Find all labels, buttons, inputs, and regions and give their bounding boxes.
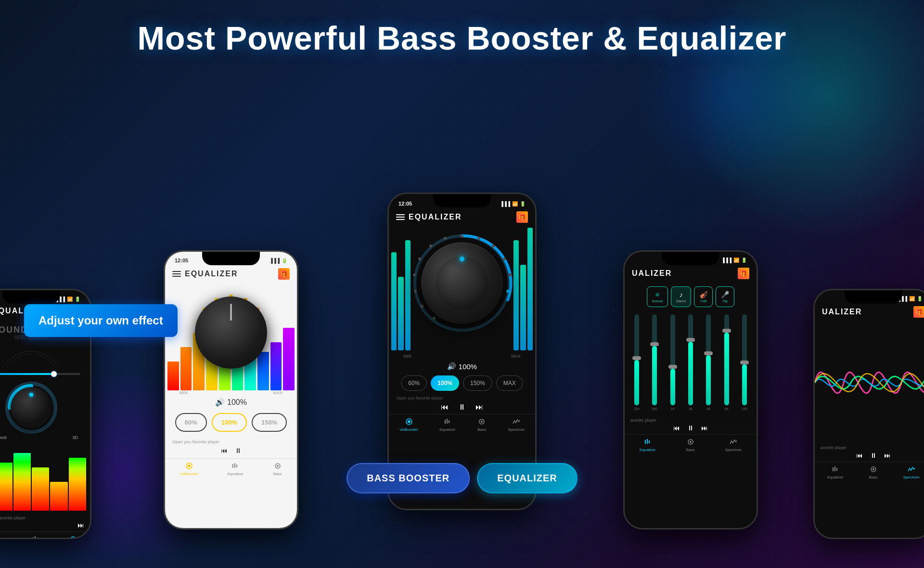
svg-point-41 (433, 317, 436, 320)
second-player-text: Open you favorite player (172, 439, 290, 444)
volume-thumb[interactable] (51, 371, 57, 377)
phone-second-header: EQUALIZER 🎁 (165, 263, 297, 284)
eq-col-3: 1K (666, 314, 680, 411)
page-title-container: Most Powerful Bass Booster & Equalizer (0, 0, 924, 57)
phone-second-menu[interactable] (172, 271, 181, 277)
bass-booster-button[interactable]: BASS BOOSTER (346, 463, 470, 493)
eq-thumb-6[interactable] (722, 329, 731, 333)
pause-5[interactable]: ⏸ (870, 452, 877, 459)
eq-fill-4 (688, 342, 693, 405)
nav-5-bass[interactable]: Bass (869, 465, 878, 479)
nav-c-volbooster[interactable]: VolBooster (399, 417, 418, 432)
c-bar-r2 (520, 265, 526, 351)
nav-c-spectrum[interactable]: Spectrum (508, 417, 525, 432)
skip-back-4[interactable]: ⏮ (673, 424, 680, 432)
phone-center-gift[interactable]: 🎁 (516, 211, 528, 223)
center-min-max: MIN MAX (389, 353, 535, 360)
nav-5-bass-icon (869, 465, 878, 474)
skip-back-icon-c[interactable]: ⏮ (441, 403, 449, 412)
eq-track-4[interactable] (688, 314, 693, 405)
nav-5-eq[interactable]: Equalizer (827, 465, 843, 479)
nav-2-eq[interactable]: Equalizer (228, 461, 244, 476)
second-bottom-nav: VolBooster Equalizer Bass (165, 458, 297, 478)
skip-forward-icon[interactable]: ⏭ (77, 521, 84, 529)
second-volume-text: 100% (227, 398, 247, 407)
svg-point-37 (418, 258, 421, 260)
svg-rect-4 (35, 536, 36, 538)
eq-thumb-2[interactable] (650, 342, 659, 346)
eq-track-5[interactable] (706, 314, 711, 405)
fifth-controls: ⏮ ⏸ ⏭ (821, 452, 924, 459)
nav-4-spectrum[interactable]: Spectrum (725, 437, 742, 452)
center-preset-60[interactable]: 60% (401, 375, 427, 391)
nav-bass[interactable]: Bass (68, 534, 78, 538)
skip-forward-icon-c[interactable]: ⏭ (475, 403, 483, 412)
svg-point-39 (414, 290, 417, 293)
nav-volbooster[interactable]: VolBooster (0, 534, 3, 538)
second-player: Open you favorite player ⏮ ⏸ (165, 436, 297, 458)
preset-150[interactable]: 150% (252, 413, 287, 432)
nav-c-spectrum-icon (512, 417, 521, 426)
nav-5-spectrum[interactable]: Spectrum (903, 465, 920, 479)
nav-2-volbooster[interactable]: VolBooster (180, 461, 198, 476)
preset-chip-folk[interactable]: 🎻 Folk (694, 286, 713, 307)
fifth-player: avorite player ⏮ ⏸ ⏭ (815, 443, 924, 462)
center-preset-max[interactable]: MAX (496, 375, 523, 391)
center-bottom-nav: VolBooster Equalizer Bass (389, 414, 535, 434)
eq-freq-4: 2K (689, 407, 693, 411)
pause-icon-2[interactable]: ⏸ (235, 447, 242, 454)
eq-track-2[interactable] (652, 314, 657, 405)
svg-point-35 (444, 237, 447, 240)
eq-thumb-7[interactable] (740, 361, 749, 364)
phone-left-notch (2, 290, 60, 304)
skip-back-5[interactable]: ⏮ (856, 452, 863, 459)
nav-5-eq-label: Equalizer (827, 475, 843, 479)
phone-second-gift[interactable]: 🎁 (278, 268, 290, 280)
eq-fill-7 (742, 364, 747, 405)
equalizer-button[interactable]: EQUALIZER (477, 463, 578, 493)
fourth-player: avorite player ⏮ ⏸ ⏭ (625, 415, 757, 434)
eq-thumb-5[interactable] (704, 351, 713, 355)
battery-icon-4: 🔋 (741, 258, 747, 263)
second-min-label: MIN (180, 390, 188, 395)
eq-freq-3: 1K (670, 407, 675, 411)
skip-fwd-4[interactable]: ⏭ (701, 424, 708, 432)
eq-track-7[interactable] (742, 314, 747, 405)
svg-rect-55 (834, 466, 835, 471)
preset-100-active[interactable]: 100% (212, 413, 247, 432)
phone-fifth-gift[interactable]: 🎁 (913, 306, 924, 318)
skip-fwd-5[interactable]: ⏭ (884, 452, 891, 459)
nav-2-bass[interactable]: Bass (273, 461, 282, 476)
eq-freq-1: 250 (634, 407, 640, 411)
pause-4[interactable]: ⏸ (687, 424, 694, 432)
pause-icon-c[interactable]: ⏸ (458, 403, 466, 412)
center-player-text: Open you favorite player (396, 396, 528, 400)
center-preset-150[interactable]: 150% (463, 375, 492, 391)
fourth-controls: ⏮ ⏸ ⏭ (630, 424, 751, 432)
nav-c-eq[interactable]: Equalizer (439, 417, 455, 432)
preset-chip-hip[interactable]: 🎤 Hip (716, 286, 734, 307)
phone-fourth-gift[interactable]: 🎁 (738, 268, 749, 279)
phone-center-menu[interactable] (396, 214, 405, 220)
nav-c-bass[interactable]: Bass (477, 417, 487, 432)
skip-back-icon-2[interactable]: ⏮ (221, 447, 228, 454)
eq-track-3[interactable] (670, 314, 675, 405)
eq-track-1[interactable] (634, 314, 639, 405)
eq-track-6[interactable] (724, 314, 729, 405)
eq-b1 (167, 361, 179, 390)
nav-4-eq[interactable]: Equalizer (640, 437, 655, 452)
preset-60[interactable]: 60% (175, 413, 207, 432)
center-preset-100[interactable]: 100% (431, 375, 459, 391)
nav-4-bass[interactable]: Bass (686, 437, 695, 452)
phone-center-notch (433, 194, 491, 207)
eq-thumb-4[interactable] (686, 338, 695, 342)
eq-thumb-1[interactable] (632, 356, 641, 360)
preset-chip-dance[interactable]: ♪ Dance (671, 286, 691, 307)
preset-chip-normal[interactable]: ≡ Normal (647, 286, 668, 307)
eq-thumb-3[interactable] (668, 365, 677, 369)
bass-knob-area (0, 381, 90, 434)
eq-col-1: 250 (629, 314, 643, 411)
battery-icon-5: 🔋 (917, 296, 923, 301)
nav-equalizer[interactable]: Equalizer (28, 534, 44, 538)
eq-col-4: 2K (683, 314, 697, 411)
